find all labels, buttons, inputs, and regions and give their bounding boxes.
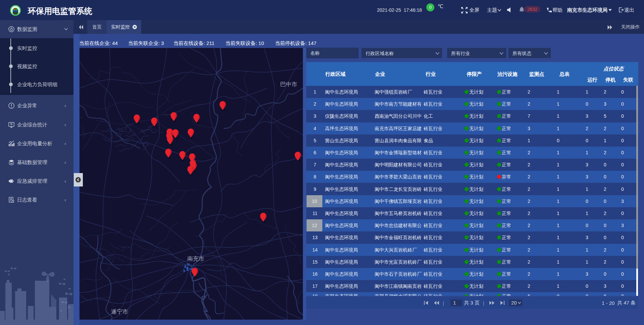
svg-text:南充市: 南充市: [187, 256, 204, 262]
svg-text:遂宁市: 遂宁市: [111, 309, 128, 315]
svg-text:巴中市: 巴中市: [280, 81, 297, 88]
